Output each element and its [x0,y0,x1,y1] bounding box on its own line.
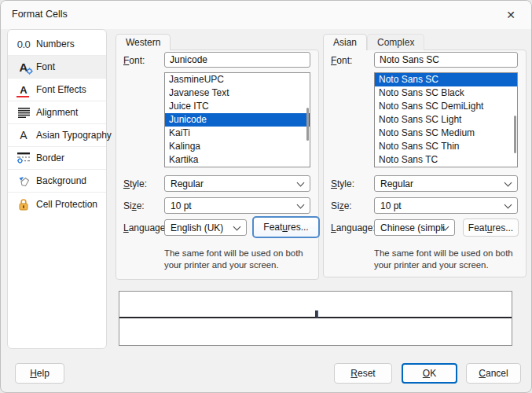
western-note: The same font will be used on both your … [164,248,310,270]
western-features-button[interactable]: Features... [252,216,320,238]
format-cells-dialog: Format Cells ✕ 0.0 Numbers A Font A Font… [0,0,532,393]
western-font-input[interactable] [164,52,310,68]
font-list-item[interactable]: KaiTi [165,127,310,140]
numbers-icon: 0.0 [13,35,34,53]
dialog-title: Format Cells [12,9,68,20]
western-size-combo[interactable]: 10 pt [164,197,310,214]
asian-note: The same font will be used on both your … [374,248,519,270]
font-list-item[interactable]: Noto Sans SC Medium [375,127,517,140]
font-list-item[interactable]: Noto Sans TC [375,153,517,167]
tab-asian[interactable]: Asian [323,34,367,50]
font-list-item[interactable]: Noto Sans SC [375,73,517,86]
asian-language-label: Language: [331,222,376,233]
western-panel: Western Font: JasmineUPCJavanese TextJui… [116,34,319,280]
font-list-item[interactable]: Juice ITC [165,100,310,113]
asian-size-label: Size: [331,200,352,211]
asian-font-label: Font: [331,55,352,66]
western-font-label: Font: [123,55,145,66]
western-language-combo[interactable]: English (UK) [164,219,247,236]
asian-page: Font: Noto Sans SCNoto Sans SC BlackNoto… [323,50,526,277]
sidebar-item-cell-protection[interactable]: Cell Protection [8,193,106,215]
font-icon: A [13,58,34,75]
asian-tabs: Asian Complex [323,34,526,50]
cell-protection-icon [13,196,34,213]
sidebar-item-numbers[interactable]: 0.0 Numbers [8,33,106,56]
cancel-button[interactable]: Cancel [466,363,521,384]
font-list-item[interactable]: Kalinga [165,140,310,153]
border-icon [13,149,34,167]
western-tabs: Western [116,34,319,50]
background-icon [13,172,34,189]
titlebar: Format Cells ✕ [1,1,531,29]
font-list-item[interactable]: Noto Sans SC Thin [375,140,517,153]
font-preview [119,291,512,346]
asian-typography-icon: A [13,127,34,144]
preview-sample-glyph [315,310,318,318]
asian-language-combo[interactable]: Chinese (simplified) [374,219,455,236]
font-list-item[interactable]: JasmineUPC [165,73,310,86]
tab-complex[interactable]: Complex [367,34,424,50]
western-style-label: Style: [123,178,147,189]
sidebar-item-border[interactable]: Border [8,147,106,170]
font-list-item[interactable]: Noto Sans SC DemiLight [375,100,517,113]
sidebar-item-background[interactable]: Background [8,170,106,193]
close-icon[interactable]: ✕ [500,6,522,24]
reset-button[interactable]: Reset [334,363,392,384]
asian-size-combo[interactable]: 10 pt [374,197,518,214]
sidebar-item-alignment[interactable]: Alignment [8,101,106,124]
asian-font-input[interactable] [374,52,518,68]
font-list-item[interactable]: Javanese Text [165,86,310,100]
help-button[interactable]: Help [15,363,64,384]
western-page: Font: JasmineUPCJavanese TextJuice ITCJu… [116,50,319,280]
western-font-list: JasmineUPCJavanese TextJuice ITCJunicode… [164,72,310,167]
category-sidebar: 0.0 Numbers A Font A Font Effects Alignm… [7,29,107,349]
asian-features-button[interactable]: Features... [463,219,519,237]
asian-style-label: Style: [331,178,354,189]
western-style-combo[interactable]: Regular [164,175,310,192]
asian-font-list: Noto Sans SCNoto Sans SC BlackNoto Sans … [374,72,518,167]
sidebar-item-asian-typography[interactable]: A Asian Typography [8,124,106,147]
western-size-label: Size: [123,200,145,211]
font-list-item[interactable]: Junicode [165,113,310,127]
sidebar-item-font[interactable]: A Font [8,56,106,79]
font-list-item[interactable]: Noto Sans SC Light [375,113,517,127]
font-effects-icon: A [13,81,34,98]
asian-panel: Asian Complex Font: Noto Sans SCNoto San… [323,34,526,277]
tab-western[interactable]: Western [116,34,171,50]
alignment-icon [13,104,34,121]
font-list-item[interactable]: Noto Sans SC Black [375,86,517,100]
asian-style-combo[interactable]: Regular [374,175,518,192]
font-list-item[interactable]: Kartika [165,153,310,167]
western-list-scrollbar[interactable] [306,108,309,141]
sidebar-item-font-effects[interactable]: A Font Effects [8,79,106,101]
western-language-label: Language: [123,222,168,233]
asian-list-scrollbar[interactable] [514,116,516,153]
ok-button[interactable]: OK [402,363,457,384]
